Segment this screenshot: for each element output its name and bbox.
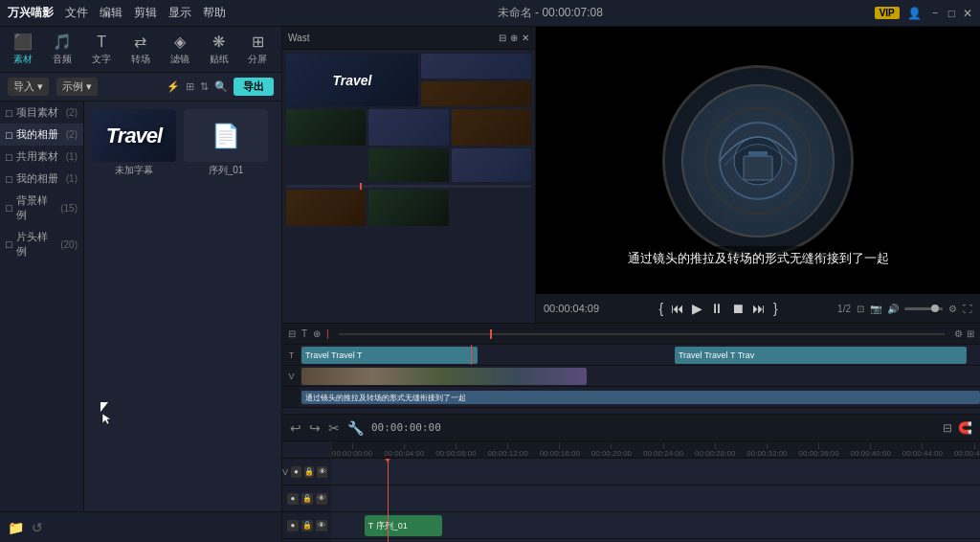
add-folder-icon[interactable]: 📁: [8, 520, 24, 535]
asset-item-travel[interactable]: Travel 未加字幕: [92, 109, 176, 177]
close-btn[interactable]: ✕: [963, 7, 972, 20]
step-back-btn[interactable]: ⏮: [671, 301, 684, 316]
media-thumb-photo2[interactable]: [421, 81, 531, 106]
redo-btn[interactable]: ↪: [309, 420, 321, 436]
screenshot-icon[interactable]: 📷: [870, 304, 881, 314]
grid-view-icon[interactable]: ⊞: [186, 80, 194, 93]
te-progress-bar: [339, 333, 945, 335]
volume-icon[interactable]: 🔊: [887, 304, 899, 314]
import-button[interactable]: 导入 ▾: [8, 78, 49, 96]
media-thumb-photo3[interactable]: [286, 109, 366, 146]
tab-transition[interactable]: ⇄ 转场: [123, 29, 158, 70]
category-myalbum[interactable]: □ 我的相册 (1): [0, 168, 83, 190]
track-mute-3[interactable]: ●: [287, 520, 299, 531]
te-track-clips-1: Travel Travel T Travel Travel T Trav: [301, 345, 980, 365]
tab-audio[interactable]: 🎵 音频: [45, 29, 79, 70]
track-lock-3[interactable]: 🔒: [301, 520, 313, 531]
media-thumb-photo9[interactable]: [368, 190, 448, 226]
undo-btn[interactable]: ↩: [290, 420, 301, 436]
menu-edit[interactable]: 编辑: [100, 5, 122, 21]
export-button[interactable]: 导出: [234, 78, 274, 96]
tab-split[interactable]: ⊞ 分屏: [240, 29, 275, 70]
ruler-1: 00:00:04:00: [384, 443, 424, 458]
volume-slider[interactable]: [904, 307, 943, 310]
menu-clip[interactable]: 剪辑: [134, 5, 157, 21]
refresh-icon[interactable]: ↺: [32, 520, 43, 535]
te-icon2[interactable]: T: [301, 328, 307, 339]
te-clip-text-1[interactable]: 通过镜头的推拉及转场的形式无缝衔接到了一起: [301, 391, 980, 404]
category-album[interactable]: □ 我的相册 (2): [0, 124, 83, 146]
track-mute-2[interactable]: ●: [287, 493, 299, 505]
menu-view[interactable]: 显示: [168, 5, 191, 21]
magnet-icon[interactable]: 🧲: [958, 421, 972, 435]
media-thumb-photo8[interactable]: [286, 190, 366, 226]
te-playhead-line: [471, 345, 472, 365]
tab-filter[interactable]: ◈ 滤镜: [163, 29, 197, 70]
sort-icon[interactable]: ⇅: [200, 80, 209, 93]
fit-icon[interactable]: ⊡: [857, 304, 864, 314]
pause-btn[interactable]: ⏸: [710, 301, 724, 316]
category-bg[interactable]: □ 背景样例 (15): [0, 190, 83, 226]
filter-icon: ◈: [174, 33, 186, 51]
te-clip-travel-1[interactable]: Travel Travel T: [301, 347, 478, 364]
vip-badge[interactable]: VIP: [875, 7, 900, 19]
tab-text[interactable]: T 文字: [84, 30, 119, 70]
track-eye-2[interactable]: 👁: [316, 493, 327, 505]
minimize-btn[interactable]: －: [929, 5, 941, 21]
tools-btn[interactable]: 🔧: [347, 420, 364, 436]
next-mark-btn[interactable]: }: [773, 301, 778, 316]
media-thumb-photo6[interactable]: [368, 148, 448, 182]
menu-file[interactable]: 文件: [65, 5, 88, 21]
te-track-label-3: [282, 387, 301, 407]
track-eye-1[interactable]: 👁: [317, 466, 327, 478]
fullscreen-icon[interactable]: ⛶: [963, 304, 972, 314]
title-clip[interactable]: T 序列_01: [365, 515, 442, 536]
media-thumb-photo4[interactable]: [368, 109, 448, 146]
media-thumb-photo7[interactable]: [452, 148, 531, 182]
menu-help[interactable]: 帮助: [203, 5, 226, 21]
te-settings-icon[interactable]: ⚙: [954, 328, 963, 339]
ml-icon2[interactable]: ⊕: [510, 33, 518, 43]
step-fwd-btn[interactable]: ⏭: [752, 301, 766, 316]
ml-icon1[interactable]: ⊟: [499, 33, 506, 43]
media-thumb-photo1[interactable]: [421, 54, 531, 79]
category-intro[interactable]: □ 片头样例 (20): [0, 226, 83, 262]
ruler-11: 00:00:44:00: [902, 443, 943, 458]
te-icon1[interactable]: ⊟: [288, 328, 296, 339]
te-icon3[interactable]: ⊕: [313, 328, 321, 339]
stop-btn[interactable]: ⏹: [731, 301, 745, 316]
filter-toggle-icon[interactable]: ⚡: [167, 80, 180, 93]
media-thumb-dark2[interactable]: [452, 190, 531, 226]
preview-controls: 00:00:04:09 { ⏮ ▶ ⏸ ⏹ ⏭ } 1/2 ⊡ 📷: [536, 294, 980, 323]
user-icon[interactable]: 👤: [907, 7, 922, 20]
scissors-btn[interactable]: ✂: [328, 420, 340, 436]
media-thumb-travel-large[interactable]: Travel: [286, 54, 418, 106]
preview-screen[interactable]: 通过镜头的推拉及转场的形式无缝衔接到了一起: [536, 27, 980, 294]
maximize-btn[interactable]: □: [948, 7, 955, 20]
te-clip-travel-2[interactable]: Travel Travel T Trav: [675, 347, 967, 364]
track-lock-2[interactable]: 🔒: [301, 493, 313, 505]
te-clip-photo-1[interactable]: [301, 368, 587, 385]
settings-icon[interactable]: ⚙: [948, 304, 957, 314]
asset-item-sequence[interactable]: 📄 序列_01: [184, 109, 268, 177]
category-shared[interactable]: □ 共用素材 (1): [0, 146, 83, 168]
track-eye-3[interactable]: 👁: [316, 520, 327, 531]
tab-media[interactable]: ⬛ 素材: [6, 29, 40, 70]
track-mute-1[interactable]: ●: [291, 466, 301, 478]
recent-button[interactable]: 示例 ▾: [56, 78, 98, 96]
media-lib-controls: ⊟ ⊕ ✕: [499, 33, 529, 43]
track-lock-1[interactable]: 🔒: [304, 466, 315, 478]
prev-mark-btn[interactable]: {: [658, 301, 663, 316]
media-thumb-dark1[interactable]: [286, 148, 366, 182]
sticker-icon: ❋: [212, 33, 225, 51]
cat-icon-myalbum: □: [6, 173, 12, 185]
snap-icon[interactable]: ⊟: [943, 421, 952, 435]
category-project[interactable]: □ 项目素材 (2): [0, 102, 83, 124]
tab-sticker[interactable]: ❋ 贴纸: [202, 29, 236, 70]
media-thumb-photo5[interactable]: [452, 109, 531, 146]
media-library: Wast ⊟ ⊕ ✕ Travel: [282, 27, 536, 323]
play-btn[interactable]: ▶: [692, 301, 702, 316]
ml-close[interactable]: ✕: [522, 33, 529, 43]
search-icon[interactable]: 🔍: [214, 80, 228, 93]
te-grid-icon[interactable]: ⊞: [967, 328, 974, 339]
